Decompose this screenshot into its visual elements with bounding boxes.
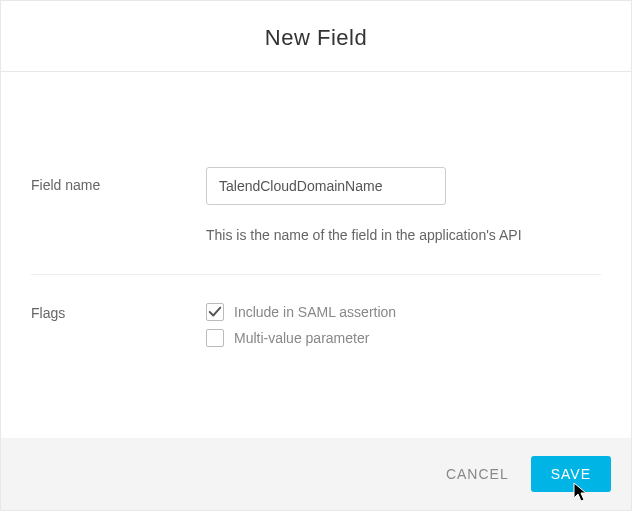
- flag-multi-value: Multi-value parameter: [206, 329, 601, 347]
- flags-controls: Include in SAML assertion Multi-value pa…: [206, 303, 601, 355]
- field-name-controls: This is the name of the field in the app…: [206, 167, 601, 246]
- flags-section: Flags Include in SAML assertion: [31, 275, 601, 395]
- checkbox-multi-value[interactable]: [206, 329, 224, 347]
- checkmark-icon: [208, 305, 222, 319]
- field-name-label: Field name: [31, 167, 206, 246]
- new-field-dialog: New Field Field name This is the name of…: [0, 0, 632, 511]
- flag-multi-value-label: Multi-value parameter: [234, 330, 369, 346]
- field-name-input[interactable]: [206, 167, 446, 205]
- save-button[interactable]: SAVE: [531, 456, 611, 492]
- checkbox-include-saml[interactable]: [206, 303, 224, 321]
- dialog-footer: CANCEL SAVE: [1, 438, 631, 510]
- flags-label: Flags: [31, 303, 206, 355]
- flag-include-saml: Include in SAML assertion: [206, 303, 601, 321]
- flag-include-saml-label: Include in SAML assertion: [234, 304, 396, 320]
- field-name-help: This is the name of the field in the app…: [206, 225, 601, 246]
- field-name-section: Field name This is the name of the field…: [31, 72, 601, 275]
- dialog-body: Field name This is the name of the field…: [1, 72, 631, 438]
- cancel-button[interactable]: CANCEL: [442, 458, 513, 490]
- dialog-header: New Field: [1, 1, 631, 72]
- dialog-title: New Field: [1, 25, 631, 51]
